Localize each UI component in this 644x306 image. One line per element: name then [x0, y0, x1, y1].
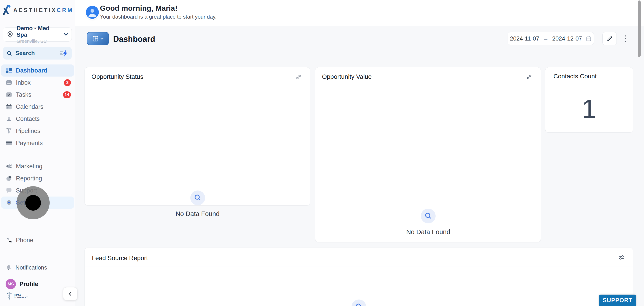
chevron-down-icon	[100, 37, 104, 41]
location-texts: Demo - Med Spa Greenville, SC	[16, 25, 61, 44]
widget-settings-button[interactable]	[295, 74, 302, 81]
sidebar-item-tasks[interactable]: Tasks 14	[1, 89, 74, 101]
sidebar-collapse-button[interactable]	[63, 287, 77, 300]
card-opportunity-status: Opportunity Status No Data Found	[84, 67, 310, 205]
support-label: SUPPORT	[603, 297, 632, 304]
cursor-dot	[25, 195, 41, 211]
date-range-picker[interactable]: 2024-11-07 → 2024-12-07	[508, 32, 594, 45]
no-data-text: No Data Found	[406, 228, 450, 236]
magnifier-icon	[193, 193, 202, 202]
profile-initials: MS	[8, 281, 14, 286]
more-options-button[interactable]	[621, 32, 630, 45]
user-avatar[interactable]	[86, 6, 99, 19]
inbox-icon	[6, 79, 12, 86]
profile-avatar: MS	[6, 279, 16, 289]
brand-logo-icon	[2, 5, 11, 15]
person-icon	[86, 6, 99, 19]
funnel-icon	[6, 128, 12, 134]
location-name: Demo - Med Spa	[16, 25, 61, 38]
sidebar-item-label: Marketing	[16, 163, 42, 170]
sidebar-item-label: Contacts	[16, 116, 40, 122]
brand-logo: AESTHETIXCRM	[0, 5, 75, 15]
phone-icon	[6, 237, 12, 243]
page-title: Dashboard	[113, 35, 155, 44]
card-lead-source-report: Lead Source Report	[84, 247, 633, 306]
sidebar-item-payments[interactable]: Payments	[1, 137, 74, 149]
sidebar-item-profile[interactable]: MS Profile	[1, 277, 74, 290]
location-selector[interactable]: Demo - Med Spa Greenville, SC	[3, 27, 72, 42]
sidebar-item-inbox[interactable]: Inbox 3	[1, 77, 74, 89]
arrow-right-icon: →	[543, 35, 549, 42]
cursor-overlay	[16, 186, 50, 219]
card-header: Contacts Count	[546, 67, 633, 85]
kebab-dot	[625, 41, 626, 42]
hipaa-badge: HIPAA COMPLIANT	[6, 292, 28, 301]
caduceus-icon	[6, 292, 12, 301]
search-label: Search	[16, 50, 56, 57]
brand-name: AESTHETIXCRM	[13, 7, 73, 14]
credit-card-icon	[6, 140, 12, 146]
sidebar-item-reporting[interactable]: Reporting	[1, 172, 74, 184]
inbox-badge: 3	[64, 79, 71, 86]
sidebar-item-notifications[interactable]: Notifications	[1, 261, 74, 273]
sidebar-item-contacts[interactable]: Contacts	[1, 113, 74, 125]
edit-dashboard-button[interactable]	[602, 32, 617, 45]
contacts-count-value: 1	[546, 85, 633, 133]
location-pin-icon	[6, 31, 14, 38]
sidebar: AESTHETIXCRM Demo - Med Spa Greenville, …	[0, 0, 75, 306]
magnifier-icon	[424, 211, 433, 220]
card-title: Contacts Count	[554, 73, 596, 80]
profile-label: Profile	[20, 281, 38, 288]
sidebar-item-label: Dashboard	[16, 67, 48, 74]
sidebar-item-pipelines[interactable]: Pipelines	[1, 125, 74, 137]
greeting-subtitle: Your dashboard is a great place to start…	[100, 14, 217, 20]
bell-icon	[6, 264, 12, 271]
date-start: 2024-11-07	[510, 35, 539, 42]
card-title: Lead Source Report	[92, 254, 148, 262]
greeting-block: Good morning, Maria! Your dashboard is a…	[100, 4, 217, 20]
no-data-search-icon	[190, 190, 205, 205]
pie-chart-icon	[6, 175, 12, 182]
card-title: Opportunity Value	[322, 73, 372, 80]
sidebar-item-marketing[interactable]: Marketing	[1, 160, 74, 172]
sidebar-item-label: Payments	[16, 140, 43, 147]
magnifier-icon	[354, 302, 363, 306]
sidebar-item-label: Tasks	[16, 91, 31, 98]
sidebar-item-label: Inbox	[16, 79, 31, 86]
sliders-icon	[526, 74, 533, 80]
sidebar-item-label: Phone	[16, 237, 33, 244]
search-input[interactable]: Search	[3, 47, 72, 60]
widget-settings-button[interactable]	[618, 254, 625, 262]
quick-action-bolt-icon	[60, 50, 68, 57]
dashboard-layout-button[interactable]	[87, 32, 109, 45]
kebab-dot	[625, 38, 626, 39]
hipaa-text: HIPAA COMPLIANT	[14, 294, 28, 299]
chevron-left-icon	[67, 291, 73, 297]
kebab-dot	[625, 35, 626, 37]
sidebar-item-calendars[interactable]: Calendars	[1, 101, 74, 113]
search-icon	[6, 50, 12, 56]
sidebar-nav-primary: Dashboard Inbox 3 Tasks 14	[1, 65, 74, 149]
contact-icon	[6, 116, 12, 122]
no-data-search-icon	[421, 209, 436, 223]
scrollbar-thumb[interactable]	[638, 1, 641, 57]
sidebar-item-label: Notifications	[16, 264, 47, 271]
no-data-text: No Data Found	[176, 210, 220, 218]
tasks-icon	[6, 91, 12, 98]
card-header: Lead Source Report	[85, 248, 633, 267]
widget-settings-button[interactable]	[526, 74, 533, 81]
support-button[interactable]: SUPPORT	[599, 294, 636, 306]
date-end: 2024-12-07	[552, 35, 582, 42]
pencil-icon	[606, 36, 613, 42]
no-data-block: No Data Found	[85, 190, 310, 218]
settings-icon	[6, 199, 12, 206]
sidebar-item-label: Reporting	[16, 175, 42, 182]
sidebar-item-phone[interactable]: Phone	[1, 234, 74, 246]
sidebar-item-dashboard[interactable]: Dashboard	[1, 65, 74, 77]
calendar-icon	[6, 103, 12, 110]
card-title: Opportunity Status	[92, 73, 143, 80]
app-window: AESTHETIXCRM Demo - Med Spa Greenville, …	[0, 0, 644, 306]
calendar-icon	[586, 36, 592, 42]
sidebar-item-label: Pipelines	[16, 128, 40, 135]
card-opportunity-value: Opportunity Value No Data Found	[315, 67, 541, 242]
